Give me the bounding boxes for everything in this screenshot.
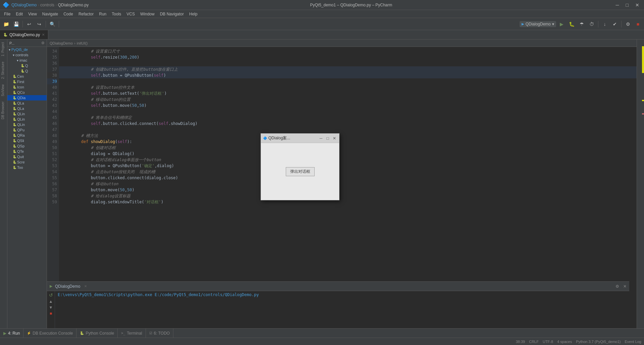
menu-run[interactable]: Run [96,11,109,17]
run-close-icon[interactable]: ✕ [623,284,627,289]
tree-controls[interactable]: ▾ controls [7,52,47,58]
tree-file-qsp[interactable]: 🐍 QSp [7,143,47,149]
stop-run-button[interactable]: ■ [50,311,52,316]
tree-file-qlin1[interactable]: 🐍 QLin [7,111,47,117]
statusbar: 38:39 CRLF UTF-8 4 spaces Python 3.7 (Py… [0,338,644,345]
tree-file-icon[interactable]: 🐍 Icon [7,84,47,90]
bottom-tab-python-label: Python Console [86,331,114,336]
editor-area: QDialogDemo › initUI() 34 35 36 37 38 39… [47,40,637,345]
qdialog-popup-button[interactable]: 弹出对话框 [286,167,315,176]
menu-view[interactable]: View [25,11,40,17]
tree-file-qpu[interactable]: 🐍 QPu [7,127,47,133]
bottom-tab-terminal[interactable]: >_ Terminal [118,329,146,338]
tree-file-first[interactable]: 🐍 First [7,79,47,84]
event-log[interactable]: Event Log [625,340,641,344]
tree-file-quit[interactable]: 🐍 Quit [7,154,47,159]
maximize-button[interactable]: □ [624,2,631,8]
menu-file[interactable]: File [1,11,13,17]
scroll-down-button[interactable]: ▼ [49,305,53,310]
sidebar-item-project[interactable]: 1: Project [0,40,7,59]
encoding[interactable]: UTF-8 [543,340,553,344]
menu-tools[interactable]: Tools [109,11,124,17]
tab-qdialogdemo[interactable]: 🐍 QDialogDemo.py ✕ [0,30,48,39]
stop-button[interactable]: ■ [633,19,643,29]
tree-file-q2[interactable]: 🐍 Q [7,68,47,74]
tree-file-qsli[interactable]: 🐍 QSli [7,138,47,143]
save-button[interactable]: 💾 [11,19,21,29]
cursor-position[interactable]: 38:39 [516,340,525,344]
project-breadcrumb: QDialogDemo › controls › QDialogDemo.py [11,3,89,7]
qdialog-icon: 🔷 [263,136,267,140]
open-folder-button[interactable]: 📁 [1,19,11,29]
minimize-button[interactable]: ─ [614,2,621,8]
sidebar-item-structure[interactable]: 2: Structure [0,59,7,82]
qdialog-close-button[interactable]: ✕ [332,136,337,141]
python-version[interactable]: Python 3.7 (PyQt5_demo1) [576,340,621,344]
bottom-tab-python-console[interactable]: 🐍 Python Console [76,329,118,338]
settings-button[interactable]: ⚙ [623,19,633,29]
menu-vcs[interactable]: VCS [124,11,138,17]
breadcrumb-file: QDialogDemo [50,41,73,45]
sidebar-item-db-browser[interactable]: DB Browser [0,99,7,122]
window-controls: ─ □ ✕ [614,2,641,8]
tree-file-too[interactable]: 🐍 Too [7,165,47,170]
menu-window[interactable]: Window [138,11,157,17]
qdialog-maximize-button[interactable]: □ [325,136,330,141]
run-button[interactable]: ▶ [557,19,566,29]
qdialog-controls: ─ □ ✕ [318,136,337,141]
menu-edit[interactable]: Edit [13,11,25,17]
tree-file-qla2[interactable]: 🐍 QLa [7,106,47,111]
menu-navigate[interactable]: Navigate [40,11,61,17]
tree-file-qlin3[interactable]: 🐍 QLin [7,122,47,127]
git-commit-button[interactable]: ✔ [610,19,620,29]
toolbar-separator-5 [621,21,622,27]
bottom-tab-run-label: 4: Run [8,331,20,336]
bottom-tab-todo[interactable]: ☑ 6: TODO [146,329,174,338]
tree-file-qlin2[interactable]: 🐍 QLin [7,117,47,122]
close-button[interactable]: ✕ [633,2,641,8]
run-tab-close[interactable]: ✕ [84,284,87,288]
menu-db-navigator[interactable]: DB Navigator [157,11,186,17]
undo-button[interactable]: ↩ [24,19,34,29]
menu-refactor[interactable]: Refactor [76,11,96,17]
titlebar: 🔷 QDialogDemo › controls › QDialogDemo.p… [0,0,644,10]
menu-help[interactable]: Help [186,11,200,17]
window-title: PyQt5_demo1 – QDialogDemo.py – PyCharm [310,3,392,7]
bottom-tool-tabs: ▶ 4: Run ⚡ DB Execution Console 🐍 Python… [0,328,644,338]
tree-pyqt5-demo[interactable]: ▾ PyQt5_de [7,47,47,52]
gear-icon[interactable]: ⚙ [41,41,45,45]
tree-file-q1[interactable]: 🐍 Q [7,63,47,68]
debug-button[interactable]: 🐛 [567,19,576,29]
tree-file-qla1[interactable]: 🐍 QLa [7,100,47,106]
menubar: File Edit View Navigate Code Refactor Ru… [0,10,644,18]
bottom-tab-db-console[interactable]: ⚡ DB Execution Console [23,329,76,338]
qdialog-minimize-button[interactable]: ─ [318,136,324,141]
menu-code[interactable]: Code [61,11,76,17]
tree-file-qra[interactable]: 🐍 QRa [7,133,47,138]
sidebar-item-sciview[interactable]: SciView [0,82,7,99]
tab-close-button[interactable]: ✕ [42,33,45,37]
git-update-button[interactable]: ↓ [600,19,609,29]
tree-file-scre[interactable]: 🐍 Scre [7,159,47,165]
indent-type[interactable]: 4 spaces [557,340,572,344]
rerun-button[interactable]: ↺ [49,292,53,298]
scroll-up-button[interactable]: ▲ [49,299,53,304]
file-tree: P... ⚙ ▾ PyQt5_de ▾ controls ▾ imac 🐍 Q … [7,40,47,345]
tree-file-qco[interactable]: 🐍 QCo [7,90,47,95]
run-configuration[interactable]: ▶ QDialogDemo ▾ [520,21,556,27]
bottom-tab-db-label: DB Execution Console [33,331,73,336]
profile-button[interactable]: ⏱ [587,19,596,29]
line-ending[interactable]: CRLF [529,340,539,344]
run-settings-icon[interactable]: ⚙ [615,284,619,289]
redo-button[interactable]: ↪ [35,19,44,29]
tree-imac[interactable]: ▾ imac [7,58,47,63]
tree-file-qte[interactable]: 🐍 QTe [7,149,47,154]
run-header: ▶ QDialogDemo ✕ ⚙ ✕ [47,282,629,291]
tree-file-qdia[interactable]: 🐍 QDia [7,95,47,100]
qdialog-window[interactable]: 🔷 QDialog案... ─ □ ✕ 弹出对话框 [261,133,339,200]
search-everywhere-button[interactable]: 🔍 [48,19,57,29]
coverage-button[interactable]: ☂ [577,19,586,29]
bottom-tab-run[interactable]: ▶ 4: Run [0,329,23,338]
tree-file-cen[interactable]: 🐍 Cen [7,74,47,79]
file-tree-header: P... ⚙ [7,40,47,47]
